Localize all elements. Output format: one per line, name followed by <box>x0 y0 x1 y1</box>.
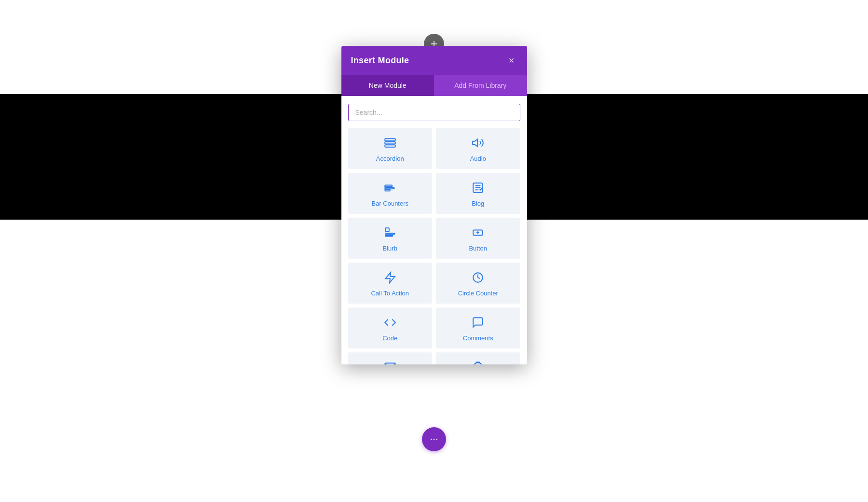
blog-icon <box>472 181 484 196</box>
module-item-code[interactable]: Code <box>348 307 433 349</box>
module-item-blurb[interactable]: Blurb <box>348 218 433 259</box>
module-label-circle-counter: Circle Counter <box>458 290 498 297</box>
modal-overlay: Insert Module × New Module Add From Libr… <box>0 0 868 502</box>
audio-icon <box>472 137 484 151</box>
svg-rect-4 <box>385 142 395 144</box>
svg-rect-9 <box>385 189 390 191</box>
modal-title: Insert Module <box>351 56 409 66</box>
svg-rect-8 <box>385 187 394 189</box>
call-to-action-icon <box>384 271 396 286</box>
svg-rect-15 <box>385 233 395 234</box>
svg-marker-18 <box>385 272 395 283</box>
module-item-accordion[interactable]: Accordion <box>348 128 433 169</box>
search-container <box>341 96 527 126</box>
module-item-comments[interactable]: Comments <box>436 307 520 349</box>
svg-rect-16 <box>385 235 393 236</box>
module-item-button[interactable]: Button <box>436 218 520 259</box>
blurb-icon <box>384 226 396 241</box>
circle-counter-icon <box>472 271 484 286</box>
module-label-audio: Audio <box>470 155 486 162</box>
svg-marker-6 <box>473 139 477 146</box>
code-icon <box>384 316 396 331</box>
search-input[interactable] <box>348 104 520 121</box>
module-item-contact-form[interactable]: Contact Form <box>348 352 433 364</box>
bar-counters-icon <box>384 181 396 196</box>
modules-grid: Accordion Audio Bar Counters <box>341 126 527 364</box>
modal-header: Insert Module × <box>341 46 527 75</box>
modal-tabs: New Module Add From Library <box>341 75 527 96</box>
tab-add-from-library[interactable]: Add From Library <box>434 75 527 96</box>
module-item-audio[interactable]: Audio <box>436 128 520 169</box>
module-label-code: Code <box>382 335 397 342</box>
svg-point-21 <box>474 363 483 364</box>
svg-rect-3 <box>385 139 395 140</box>
insert-module-modal: Insert Module × New Module Add From Libr… <box>341 46 527 364</box>
button-icon <box>472 226 484 241</box>
module-label-blog: Blog <box>472 200 484 207</box>
tab-new-module[interactable]: New Module <box>341 75 434 96</box>
module-item-call-to-action[interactable]: Call To Action <box>348 263 433 304</box>
modal-close-button[interactable]: × <box>506 55 517 66</box>
module-item-circle-counter[interactable]: Circle Counter <box>436 263 520 304</box>
module-item-countdown-timer[interactable]: Countdown Timer <box>436 352 520 364</box>
comments-icon <box>472 316 484 331</box>
module-label-accordion: Accordion <box>376 155 404 162</box>
svg-rect-5 <box>385 145 395 147</box>
module-label-call-to-action: Call To Action <box>371 290 409 297</box>
accordion-icon <box>384 137 396 151</box>
module-item-blog[interactable]: Blog <box>436 173 520 214</box>
countdown-timer-icon <box>472 361 484 364</box>
module-label-bar-counters: Bar Counters <box>371 200 408 207</box>
module-item-bar-counters[interactable]: Bar Counters <box>348 173 433 214</box>
svg-rect-7 <box>385 185 392 187</box>
module-label-comments: Comments <box>463 335 493 342</box>
svg-rect-14 <box>385 228 389 232</box>
module-label-button: Button <box>469 245 487 252</box>
contact-form-icon <box>384 361 396 364</box>
module-label-blurb: Blurb <box>383 245 397 252</box>
